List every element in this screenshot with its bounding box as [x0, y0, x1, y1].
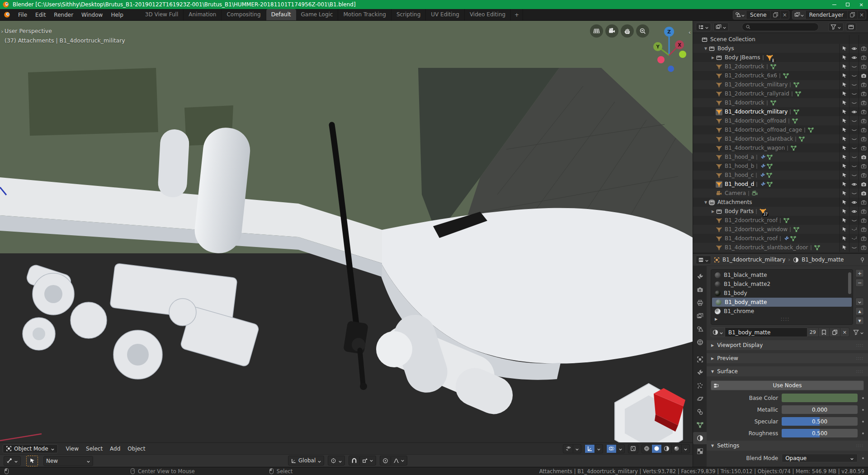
blender-menu-icon[interactable] — [4, 11, 10, 18]
slot-move-up-button[interactable]: ▲ — [855, 307, 864, 315]
add-slot-button[interactable]: + — [855, 269, 864, 277]
menu-add[interactable]: Add — [106, 444, 124, 453]
orientation-dropdown[interactable]: Global — [288, 456, 324, 466]
menu-edit[interactable]: Edit — [31, 10, 50, 19]
scene-copy-button[interactable] — [770, 11, 780, 19]
roughness-slider[interactable]: 0.500 — [782, 429, 858, 437]
minimize-button[interactable] — [827, 0, 841, 9]
outliner-item-label[interactable]: Attachments — [717, 199, 752, 205]
outliner-row[interactable]: B1_2doortruck_military — [693, 80, 868, 89]
render-disabled-icon[interactable] — [859, 98, 868, 107]
eye-closed-icon[interactable] — [849, 171, 859, 180]
selectable-toggle-icon[interactable] — [840, 53, 849, 62]
xray-toggle[interactable] — [628, 444, 638, 453]
outliner-row[interactable]: B1_2doortruck_6x6 — [693, 71, 868, 80]
selectable-toggle-icon[interactable] — [840, 71, 849, 80]
selectable-toggle-icon[interactable] — [840, 198, 849, 207]
snap-target-dropdown[interactable] — [359, 457, 376, 465]
tab-scripting[interactable]: Scripting — [392, 9, 426, 20]
panel-preview[interactable]: ▶Preview:::: — [707, 353, 868, 363]
tab-game-logic[interactable]: Game Logic — [296, 9, 339, 20]
blend-mode-dropdown[interactable]: Opaque — [782, 454, 858, 462]
outliner-item-label[interactable]: Scene Collection — [710, 36, 755, 43]
snap-toggle[interactable] — [349, 456, 359, 465]
outliner-item-label[interactable]: B1_2doortruck_roof — [725, 217, 778, 223]
render-enabled-icon[interactable] — [859, 71, 868, 80]
tab-physics[interactable] — [693, 393, 707, 405]
overlays-toggle[interactable] — [606, 444, 625, 453]
selectable-toggle-icon[interactable] — [840, 216, 849, 225]
tab-render[interactable] — [693, 284, 707, 296]
object-visibility-dropdown[interactable] — [563, 444, 581, 453]
disclosure-icon[interactable]: ▼ — [703, 200, 708, 204]
selectable-toggle-icon[interactable] — [840, 125, 849, 134]
outliner-item-label[interactable]: B1_2doortruck — [725, 63, 764, 70]
tab-default[interactable]: Default — [266, 9, 296, 20]
metallic-slider[interactable]: 0.000 — [782, 405, 858, 414]
outliner-item-label[interactable]: B1_4doortruck_slantback — [725, 136, 793, 142]
selectable-toggle-icon[interactable] — [840, 243, 849, 252]
selectable-toggle-icon[interactable] — [840, 107, 849, 116]
navigation-gizmo[interactable]: Z Y X — [651, 25, 689, 72]
render-layer-unlink-button[interactable]: × — [857, 11, 866, 19]
outliner-row[interactable]: B1_4doortruck_offroad_cage — [693, 125, 868, 134]
selectable-toggle-icon[interactable] — [840, 234, 849, 243]
panel-settings[interactable]: ▼Settings:::: — [707, 441, 868, 451]
render-disabled-icon[interactable] — [859, 134, 868, 143]
eye-open-icon[interactable] — [849, 107, 859, 116]
render-disabled-icon[interactable] — [859, 53, 868, 62]
disclosure-icon[interactable]: ▶ — [710, 56, 716, 60]
toggle-perspective-button[interactable] — [590, 24, 603, 38]
tab-motion-tracking[interactable]: Motion Tracking — [338, 9, 391, 20]
eye-closed-icon[interactable] — [849, 216, 859, 225]
material-slot[interactable]: B1_body_matte — [712, 298, 852, 307]
close-button[interactable]: × — [854, 0, 868, 9]
display-mode-dropdown[interactable] — [696, 23, 711, 31]
outliner-item-label[interactable]: Body JBeams — [725, 54, 760, 61]
remove-slot-button[interactable]: − — [855, 279, 864, 287]
menu-view[interactable]: View — [62, 444, 82, 453]
menu-object[interactable]: Object — [124, 444, 149, 453]
toolbar-expand-icon[interactable]: › — [1, 28, 3, 35]
eye-anim-icon[interactable] — [849, 225, 859, 234]
pan-view-button[interactable] — [621, 24, 634, 38]
eye-closed-icon[interactable] — [849, 71, 859, 80]
outliner-row[interactable]: B1_hood_b — [693, 162, 868, 171]
gizmos-toggle[interactable] — [585, 444, 603, 453]
render-enabled-icon[interactable] — [859, 189, 868, 198]
animate-dot[interactable] — [862, 409, 864, 411]
outliner-row[interactable]: ▼Attachments — [693, 198, 868, 207]
outliner-item-label[interactable]: B1_4doortruck_offroad — [725, 118, 786, 124]
outliner-viewlayer-dropdown[interactable] — [713, 23, 729, 31]
tab-3d-view-full[interactable]: 3D View Full — [140, 9, 184, 20]
eye-closed-icon[interactable] — [849, 89, 859, 98]
outliner-item-label[interactable]: Camera — [725, 190, 746, 196]
tab-particles[interactable] — [693, 380, 707, 392]
eye-closed-icon[interactable] — [849, 62, 859, 71]
outliner-item-label[interactable]: B1_2doortruck_6x6 — [725, 72, 777, 79]
material-slot[interactable]: B1_black_matte — [711, 271, 853, 280]
disclosure-icon[interactable]: ▼ — [703, 47, 708, 51]
render-disabled-icon[interactable] — [859, 198, 868, 207]
selectable-toggle-icon[interactable] — [840, 89, 849, 98]
breadcrumb-object[interactable]: B1_4doortruck_military — [722, 256, 785, 263]
disclosure-icon[interactable]: ▶ — [710, 209, 716, 214]
eye-closed-icon[interactable] — [849, 143, 859, 152]
render-disabled-icon[interactable] — [859, 162, 868, 171]
mode-selector[interactable]: Object Mode — [3, 444, 58, 453]
outliner-row[interactable]: B1_2doortruck — [693, 62, 868, 71]
eye-closed-icon[interactable] — [849, 125, 859, 134]
material-name-field[interactable]: B1_body_matte — [725, 328, 807, 337]
breadcrumb-material[interactable]: B1_body_matte — [802, 256, 844, 263]
render-disabled-icon[interactable] — [859, 216, 868, 225]
render-disabled-icon[interactable] — [859, 143, 868, 152]
eye-closed-icon[interactable] — [849, 189, 859, 198]
material-slot[interactable]: B1_body — [711, 289, 853, 298]
eye-open-icon[interactable] — [849, 207, 859, 216]
tab-scene[interactable] — [693, 323, 707, 335]
eye-closed-icon[interactable] — [849, 80, 859, 89]
new-collection-button[interactable] — [846, 23, 856, 31]
menu-select[interactable]: Select — [82, 444, 106, 453]
outliner-item-label[interactable]: B1_4doortruck — [725, 100, 764, 106]
render-disabled-icon[interactable] — [859, 234, 868, 243]
